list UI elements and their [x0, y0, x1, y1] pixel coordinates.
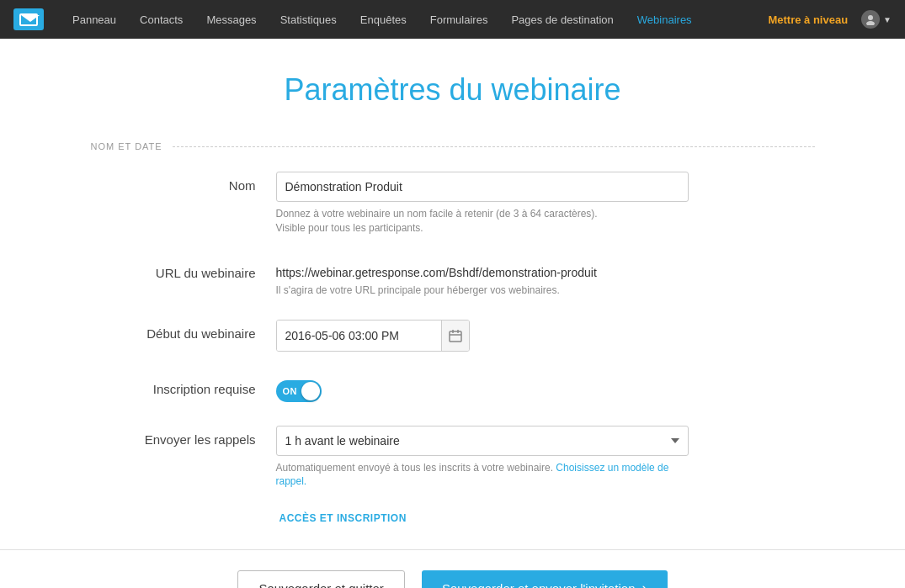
- nav-link-messages[interactable]: Messages: [194, 0, 268, 39]
- section-header-divider: [173, 146, 815, 147]
- form-row-debut: Début du webinaire: [91, 320, 815, 352]
- section-nom-date-label: NOM ET DATE: [91, 141, 162, 151]
- save-quit-button[interactable]: Sauvegarder et quitter: [237, 570, 404, 588]
- nav-link-panneau[interactable]: Panneau: [61, 0, 128, 39]
- inscription-field: ON: [276, 375, 815, 402]
- nav-link-formulaires[interactable]: Formulaires: [418, 0, 500, 39]
- toggle-wrap: ON: [276, 375, 815, 402]
- toggle-knob: [301, 382, 320, 400]
- nav-link-contacts[interactable]: Contacts: [128, 0, 194, 39]
- rappels-hint-text: Automatiquement envoyé à tous les inscri…: [276, 462, 554, 474]
- inscription-label: Inscription requise: [108, 375, 276, 396]
- nom-hint: Donnez à votre webinaire un nom facile à…: [276, 207, 689, 236]
- nav-link-statistiques[interactable]: Statistiques: [269, 0, 349, 39]
- user-menu[interactable]: ▼: [861, 10, 892, 29]
- nom-hint-1: Donnez à votre webinaire un nom facile à…: [276, 208, 598, 220]
- url-field: https://webinar.getresponse.com/Bshdf/de…: [276, 259, 815, 296]
- url-value: https://webinar.getresponse.com/Bshdf/de…: [276, 259, 815, 279]
- user-dropdown-icon: ▼: [883, 15, 892, 24]
- calendar-icon[interactable]: [441, 320, 469, 351]
- url-hint: Il s'agira de votre URL principale pour …: [276, 284, 815, 296]
- form-row-url: URL du webinaire https://webinar.getresp…: [91, 259, 815, 296]
- rappels-hint: Automatiquement envoyé à tous les inscri…: [276, 461, 689, 490]
- navigation: Panneau Contacts Messages Statistiques E…: [0, 0, 905, 39]
- rappels-label: Envoyer les rappels: [108, 426, 276, 447]
- inscription-toggle[interactable]: ON: [276, 380, 322, 402]
- nav-links: Panneau Contacts Messages Statistiques E…: [61, 0, 768, 39]
- form-row-inscription: Inscription requise ON: [91, 375, 815, 402]
- svg-point-1: [866, 21, 875, 25]
- page-content: Paramètres du webinaire NOM ET DATE Nom …: [74, 39, 832, 524]
- nav-link-webinaires[interactable]: Webinaires: [626, 0, 704, 39]
- page-footer: Sauvegarder et quitter Sauvegarder et en…: [0, 550, 905, 588]
- debut-label: Début du webinaire: [108, 320, 276, 341]
- page-title: Paramètres du webinaire: [91, 72, 815, 108]
- acces-inscription-link[interactable]: ACCÈS ET INSCRIPTION: [91, 512, 815, 524]
- debut-input[interactable]: [277, 320, 441, 351]
- svg-rect-2: [450, 331, 461, 342]
- rappels-select[interactable]: 1 h avant le webinaire 2 h avant le webi…: [276, 426, 689, 456]
- url-label: URL du webinaire: [108, 259, 276, 280]
- section-nom-date-header: NOM ET DATE: [91, 141, 815, 151]
- nav-link-pages-destination[interactable]: Pages de destination: [499, 0, 625, 39]
- save-send-label: Sauvegarder et envoyer l'invitation: [442, 581, 636, 588]
- nom-label: Nom: [108, 172, 276, 193]
- svg-point-0: [868, 15, 873, 20]
- app-logo: [13, 8, 44, 30]
- upgrade-link[interactable]: Mettre à niveau: [768, 13, 848, 26]
- arrow-right-icon: ›: [642, 580, 647, 588]
- form-row-nom: Nom Donnez à votre webinaire un nom faci…: [91, 172, 815, 236]
- debut-field: [276, 320, 815, 352]
- user-avatar-icon: [861, 10, 880, 29]
- rappels-field: 1 h avant le webinaire 2 h avant le webi…: [276, 426, 815, 490]
- nav-link-enquetes[interactable]: Enquêtes: [349, 0, 418, 39]
- save-send-button[interactable]: Sauvegarder et envoyer l'invitation ›: [422, 570, 668, 588]
- logo-envelope-icon: [19, 13, 38, 26]
- form-row-rappels: Envoyer les rappels 1 h avant le webinai…: [91, 426, 815, 490]
- nom-hint-2: Visible pour tous les participants.: [276, 222, 423, 234]
- toggle-on-label: ON: [283, 386, 298, 396]
- date-field-wrap: [276, 320, 470, 352]
- nom-field: Donnez à votre webinaire un nom facile à…: [276, 172, 815, 236]
- nom-input[interactable]: [276, 172, 689, 202]
